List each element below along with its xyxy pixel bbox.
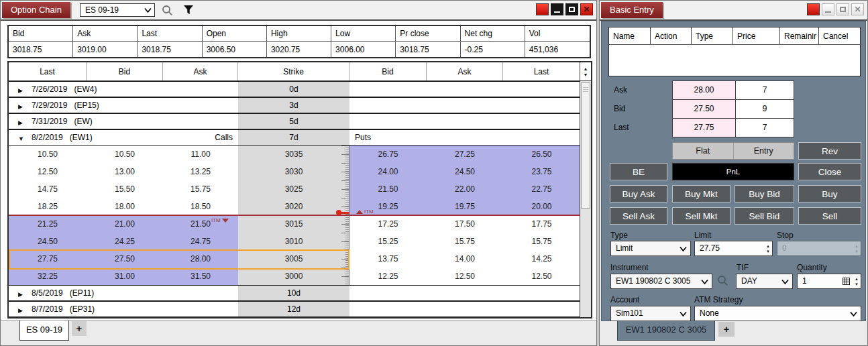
minimize-button[interactable] [551,3,563,15]
buy-ask-button[interactable]: Buy Ask [610,185,667,203]
expiry-row[interactable]: 7/26/2019(EW4)0d [9,81,580,97]
maximize-button[interactable] [565,3,578,15]
tab-es-09-19[interactable]: ES 09-19 [19,321,69,341]
calculator-icon[interactable] [843,278,850,285]
close-button[interactable] [851,3,864,15]
bid-price-cell[interactable]: 27.50 [672,99,736,119]
call-bid-cell[interactable]: 13.00 [87,163,163,180]
expand-icon[interactable] [18,302,23,318]
call-last-cell[interactable]: 18.25 [9,198,87,215]
orders-header-name[interactable]: Name [609,27,651,45]
orders-header-remaining[interactable]: Remainir [780,27,819,45]
minimize-button[interactable] [822,3,834,15]
call-bid-cell[interactable]: 18.00 [87,198,163,215]
link-indicator-button[interactable] [536,3,549,15]
expand-icon[interactable] [18,82,23,98]
expiry-row[interactable]: 8/2/2019(EW1)CallsPuts7d [9,129,580,146]
put-ask-cell[interactable]: 24.50 [427,163,503,180]
chain-header-call-last[interactable]: Last [9,62,87,80]
call-ask-cell[interactable]: 24.75 [163,233,238,250]
filter-icon[interactable] [182,4,195,16]
maximize-button[interactable] [836,3,849,15]
vertical-scrollbar[interactable] [580,62,591,317]
call-last-cell[interactable]: 21.25 [9,215,87,233]
close-button[interactable] [580,3,593,15]
basic-entry-titlebar[interactable]: Basic Entry [600,1,867,21]
breakeven-button[interactable]: BE [610,163,667,180]
orders-header-type[interactable]: Type [692,27,733,45]
entry-button[interactable]: Entry [734,143,794,159]
last-size-cell[interactable]: 7 [735,118,794,137]
expand-icon[interactable] [18,114,23,130]
put-last-cell[interactable]: 22.75 [503,180,580,198]
search-icon[interactable] [161,4,174,17]
chain-header-call-ask[interactable]: Ask [163,62,238,80]
limit-price-input[interactable]: 27.75 [694,241,773,256]
stepper-arrows[interactable] [855,274,859,288]
put-last-cell[interactable]: 15.75 [503,233,580,250]
stepper-arrows[interactable] [766,241,770,255]
row-spinner[interactable] [580,62,591,81]
account-select[interactable]: Sim101 [610,306,691,321]
option-row[interactable]: 14.7515.5015.75302521.5022.0022.75 [9,180,580,198]
tab-ew1-190802-c-3005[interactable]: EW1 190802 C 3005 [617,321,715,341]
instrument-selector[interactable]: ES 09-19 [80,3,155,17]
put-ask-cell[interactable]: 15.75 [427,233,503,250]
call-last-cell[interactable]: 24.50 [9,233,87,250]
down-arrow-icon[interactable] [766,249,770,253]
buy-bid-button[interactable]: Buy Bid [735,185,794,203]
orders-header-action[interactable]: Action [651,27,692,45]
down-arrow-icon[interactable] [584,72,588,77]
bid-size-cell[interactable]: 9 [735,99,794,119]
put-ask-cell[interactable]: 17.50 [427,215,503,233]
down-arrow-icon[interactable] [855,282,859,286]
chain-header-put-last[interactable]: Last [503,62,580,80]
put-ask-cell[interactable]: 27.25 [427,146,503,163]
expiry-row[interactable]: 8/7/2019(EP31)12d [9,301,580,317]
option-row[interactable]: 21.2521.0021.50301517.2517.5017.75 [9,215,580,233]
call-ask-cell[interactable]: 18.50 [163,198,238,215]
call-bid-cell[interactable]: 24.25 [87,233,163,250]
sell-mkt-button[interactable]: Sell Mkt [672,207,730,225]
reverse-button[interactable]: Rev [798,142,861,160]
put-bid-cell[interactable]: 17.25 [349,215,427,233]
call-ask-cell[interactable]: 28.00 [163,250,238,268]
call-ask-cell[interactable]: 31.50 [163,268,238,285]
add-tab-button[interactable]: + [72,321,87,336]
call-last-cell[interactable]: 14.75 [9,180,87,198]
call-bid-cell[interactable]: 27.50 [87,250,163,268]
link-indicator-button[interactable] [807,3,820,15]
call-last-cell[interactable]: 10.50 [9,146,87,163]
flat-button[interactable]: Flat [673,143,734,159]
put-bid-cell[interactable]: 24.00 [349,163,427,180]
call-last-cell[interactable]: 27.75 [9,250,87,268]
put-last-cell[interactable]: 14.25 [503,250,580,268]
put-last-cell[interactable]: 23.75 [503,163,580,180]
ask-size-cell[interactable]: 7 [735,80,794,100]
instrument-search-icon[interactable] [716,274,729,287]
close-position-button[interactable]: Close [798,163,861,180]
buy-button[interactable]: Buy [798,185,861,203]
put-ask-cell[interactable]: 19.75 [427,198,503,215]
call-bid-cell[interactable]: 15.50 [87,180,163,198]
option-chain-titlebar[interactable]: Option Chain ES 09-19 [1,1,596,21]
sell-bid-button[interactable]: Sell Bid [735,207,794,225]
chain-header-call-bid[interactable]: Bid [87,62,163,80]
put-ask-cell[interactable]: 22.00 [427,180,503,198]
put-bid-cell[interactable]: 26.75 [349,146,427,163]
orders-header-cancel[interactable]: Cancel [819,27,860,45]
put-last-cell[interactable]: 17.75 [503,215,580,233]
expiry-row[interactable]: 7/31/2019(EW)5d [9,113,580,129]
call-last-cell[interactable]: 12.50 [9,163,87,180]
order-type-select[interactable]: Limit [610,241,691,256]
call-last-cell[interactable]: 32.25 [9,268,87,285]
ask-price-cell[interactable]: 28.00 [672,80,736,100]
put-last-cell[interactable]: 12.50 [503,268,580,285]
sell-button[interactable]: Sell [798,207,861,225]
option-row[interactable]: 12.5013.0013.25303024.0024.5023.75 [9,163,580,180]
expand-icon[interactable] [18,286,23,302]
expiry-row[interactable]: 8/5/2019(EP11)10d [9,285,580,301]
option-row[interactable]: 27.7527.5028.00300513.7514.0014.25 [9,250,580,268]
call-ask-cell[interactable]: 11.00 [163,146,238,163]
chain-header-put-bid[interactable]: Bid [349,62,427,80]
